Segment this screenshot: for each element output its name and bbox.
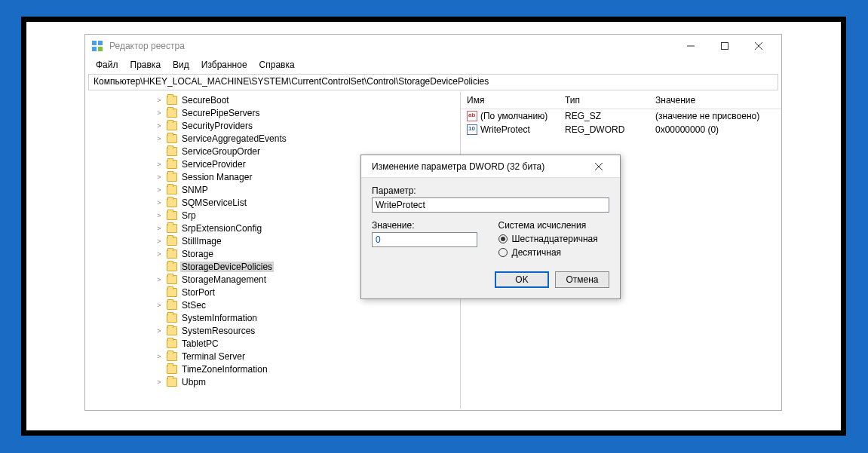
chevron-icon: >	[155, 186, 164, 194]
ok-button[interactable]: OK	[495, 271, 549, 288]
col-value[interactable]: Значение	[655, 95, 775, 106]
reg-sz-icon	[467, 111, 477, 121]
param-label: Параметр:	[372, 185, 609, 196]
dialog-close-button[interactable]	[584, 156, 614, 177]
radio-icon	[498, 248, 508, 257]
svg-rect-5	[721, 43, 728, 50]
tree-label: SNMP	[180, 185, 210, 195]
cancel-button[interactable]: Отмена	[555, 271, 609, 288]
address-bar[interactable]: Компьютер\HKEY_LOCAL_MACHINE\SYSTEM\Curr…	[88, 74, 778, 90]
close-button[interactable]	[741, 35, 775, 57]
chevron-icon: >	[155, 225, 164, 232]
chevron-icon: >	[155, 237, 164, 245]
folder-icon	[167, 96, 177, 105]
tree-item[interactable]: SystemInformation	[85, 311, 460, 324]
folder-icon	[167, 185, 177, 194]
folder-icon	[167, 378, 177, 387]
folder-icon	[167, 211, 177, 220]
chevron-icon: >	[155, 276, 164, 283]
chevron-icon: >	[155, 353, 164, 360]
window-title: Редактор реестра	[109, 41, 673, 51]
folder-icon	[167, 352, 177, 361]
titlebar: Редактор реестра	[85, 35, 781, 57]
folder-icon	[167, 198, 177, 207]
menu-view[interactable]: Вид	[168, 58, 194, 72]
list-header: Имя Тип Значение	[461, 92, 781, 109]
folder-icon	[167, 275, 177, 284]
tree-item[interactable]: >SecureBoot	[85, 93, 460, 106]
tree-label: Ubpm	[180, 377, 207, 387]
folder-icon	[167, 121, 177, 130]
tree-item[interactable]: >SecurityProviders	[85, 119, 460, 132]
reg-dword-icon	[467, 124, 477, 135]
folder-icon	[167, 301, 177, 310]
tree-label: Terminal Server	[180, 351, 247, 362]
edit-dword-dialog: Изменение параметра DWORD (32 бита) Пара…	[360, 155, 621, 299]
menu-help[interactable]: Справка	[255, 58, 299, 72]
tree-label: ServiceProvider	[180, 159, 247, 170]
menu-edit[interactable]: Правка	[126, 58, 166, 72]
chevron-icon: >	[155, 122, 164, 130]
tree-label: SystemInformation	[180, 313, 259, 323]
tree-item[interactable]: TimeZoneInformation	[85, 363, 460, 375]
chevron-icon: >	[155, 135, 164, 142]
menu-favorites[interactable]: Избранное	[197, 58, 252, 72]
svg-rect-3	[98, 47, 103, 51]
regedit-icon	[91, 40, 103, 52]
tree-label: ServiceGroupOrder	[180, 146, 262, 157]
tree-label: TimeZoneInformation	[180, 364, 269, 375]
folder-icon	[167, 314, 177, 323]
radix-hex-option[interactable]: Шестнадцатеричная	[498, 234, 610, 244]
col-type[interactable]: Тип	[565, 95, 655, 106]
tree-label: StSec	[180, 300, 207, 311]
tree-label: SrpExtensionConfig	[180, 223, 263, 234]
tree-item[interactable]: >ServiceAggregatedEvents	[85, 132, 460, 145]
menu-file[interactable]: Файл	[91, 58, 123, 72]
list-row[interactable]: WriteProtectREG_DWORD0x00000000 (0)	[461, 123, 781, 136]
maximize-button[interactable]	[707, 35, 741, 57]
chevron-icon: >	[155, 301, 164, 309]
folder-icon	[167, 147, 177, 156]
tree-label: TabletPC	[180, 338, 220, 349]
chevron-icon: >	[155, 327, 164, 335]
value-label: Значение:	[372, 220, 483, 231]
folder-icon	[167, 173, 177, 182]
svg-rect-2	[92, 47, 97, 51]
radix-label: Система исчисления	[498, 220, 610, 231]
tree-item[interactable]: TabletPC	[85, 337, 460, 350]
tree-item[interactable]: >Ubpm	[85, 375, 460, 388]
radix-dec-option[interactable]: Десятичная	[498, 247, 610, 258]
tree-label: StillImage	[180, 236, 223, 246]
radio-icon	[498, 234, 508, 243]
tree-label: StorPort	[180, 287, 216, 298]
chevron-icon: >	[155, 161, 164, 168]
col-name[interactable]: Имя	[467, 95, 565, 106]
svg-rect-0	[92, 41, 97, 45]
chevron-icon: >	[155, 212, 164, 219]
tree-item[interactable]: >SystemResources	[85, 324, 460, 337]
param-input[interactable]	[372, 197, 609, 213]
tree-item[interactable]: >StSec	[85, 298, 460, 311]
folder-icon	[167, 365, 177, 374]
tree-label: ServiceAggregatedEvents	[180, 133, 288, 144]
tree-label: SystemResources	[180, 326, 256, 336]
dialog-title: Изменение параметра DWORD (32 бита)	[367, 161, 544, 172]
tree-item[interactable]: >Terminal Server	[85, 350, 460, 363]
tree-label: SecurityProviders	[180, 121, 254, 131]
chevron-icon: >	[155, 96, 164, 104]
tree-label: SecureBoot	[180, 95, 231, 106]
folder-icon	[167, 160, 177, 169]
folder-icon	[167, 237, 177, 246]
folder-icon	[167, 249, 177, 259]
tree-label: SecurePipeServers	[180, 108, 261, 118]
chevron-icon: >	[155, 109, 164, 117]
chevron-icon: >	[155, 173, 164, 181]
folder-icon	[167, 109, 177, 118]
list-row[interactable]: (По умолчанию)REG_SZ(значение не присвое…	[461, 109, 781, 123]
minimize-button[interactable]	[673, 35, 707, 57]
menubar: Файл Правка Вид Избранное Справка	[85, 57, 781, 72]
value-input[interactable]	[372, 232, 477, 247]
folder-icon	[167, 288, 177, 297]
tree-item[interactable]: >SecurePipeServers	[85, 106, 460, 119]
chevron-icon: >	[155, 378, 164, 386]
